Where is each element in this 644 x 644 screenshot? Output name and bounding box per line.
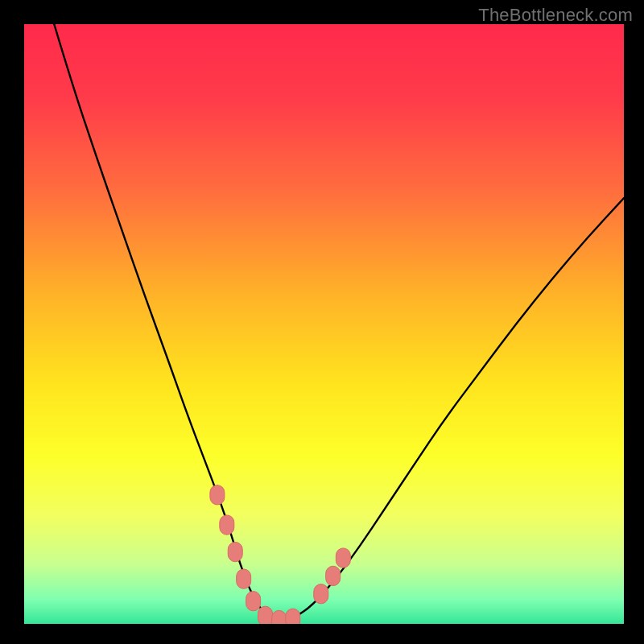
curve-marker — [220, 515, 234, 535]
curve-marker — [228, 542, 242, 561]
bottleneck-curve — [54, 24, 624, 620]
chart-stage: TheBottleneck.com — [0, 0, 644, 644]
curve-marker — [210, 485, 225, 505]
curve-layer — [24, 24, 624, 624]
curve-marker — [286, 609, 300, 624]
curve-marker — [272, 610, 287, 624]
watermark-text: TheBottleneck.com — [478, 5, 633, 26]
curve-markers — [210, 485, 350, 624]
curve-marker — [237, 569, 251, 588]
plot-area — [24, 24, 624, 624]
curve-marker — [326, 566, 341, 585]
curve-marker — [258, 606, 272, 624]
curve-marker — [314, 584, 328, 604]
curve-marker — [336, 548, 350, 568]
curve-marker — [246, 592, 261, 611]
